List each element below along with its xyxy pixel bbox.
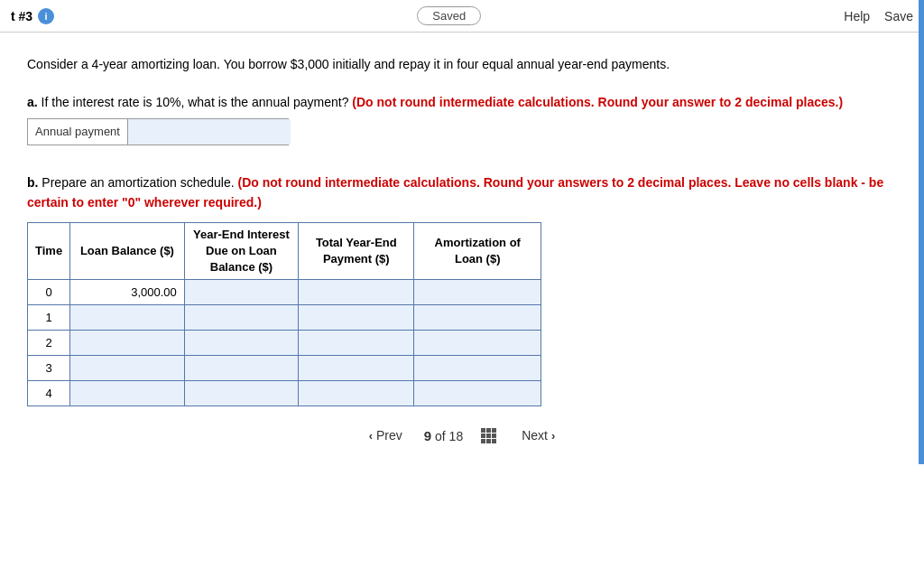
question-title: t #3 (11, 9, 32, 23)
cell-balance-2[interactable] (70, 331, 185, 356)
cell-time-2: 2 (28, 331, 70, 356)
input-payment-2[interactable] (299, 331, 413, 355)
input-balance-4[interactable] (70, 381, 184, 406)
part-b-question: b. Prepare an amortization schedule. (Do… (27, 172, 897, 213)
col-header-interest: Year-End InterestDue on LoanBalance ($) (184, 222, 298, 280)
input-amort-1[interactable] (414, 305, 541, 330)
input-payment-3[interactable] (299, 356, 413, 380)
main-content: Consider a 4-year amortizing loan. You b… (0, 33, 924, 464)
input-balance-1[interactable] (70, 305, 184, 330)
input-payment-1[interactable] (299, 305, 413, 330)
cell-interest-0[interactable] (184, 280, 298, 305)
of-label: of (435, 429, 446, 443)
cell-amort-4[interactable] (414, 381, 541, 406)
header-right: Help Save (844, 9, 913, 23)
cell-payment-4[interactable] (299, 381, 414, 406)
intro-text: Consider a 4-year amortizing loan. You b… (27, 54, 897, 74)
grid-view-icon[interactable] (481, 428, 496, 443)
input-amort-0[interactable] (414, 280, 541, 304)
cell-amort-2[interactable] (414, 331, 541, 356)
header-center: Saved (417, 6, 481, 25)
table-row: 4 (28, 381, 541, 406)
help-button[interactable]: Help (844, 9, 870, 23)
col-header-amortization: Amortization ofLoan ($) (414, 222, 541, 280)
input-amort-2[interactable] (414, 331, 541, 355)
cell-interest-1[interactable] (184, 305, 298, 331)
part-a-instruction: (Do not round intermediate calculations.… (352, 95, 843, 109)
table-row: 3 (28, 356, 541, 381)
save-button[interactable]: Save (884, 9, 913, 23)
table-row: 2 (28, 331, 541, 356)
part-a-label: a. (27, 95, 38, 109)
table-row: 1 (28, 305, 541, 331)
cell-payment-0[interactable] (299, 280, 414, 305)
cell-payment-1[interactable] (299, 305, 414, 331)
col-header-time: Time (28, 222, 70, 280)
input-interest-1[interactable] (185, 305, 298, 330)
input-interest-0[interactable] (185, 280, 298, 304)
cell-amort-1[interactable] (414, 305, 541, 331)
table-header-row: Time Loan Balance ($) Year-End InterestD… (28, 222, 541, 280)
input-amort-3[interactable] (414, 356, 541, 380)
input-payment-4[interactable] (299, 381, 413, 406)
input-interest-3[interactable] (185, 356, 298, 380)
prev-chevron-icon: ‹ (369, 429, 373, 443)
cell-balance-4[interactable] (70, 381, 185, 406)
table-row: 0 3,000.00 (28, 280, 541, 305)
part-b-text: Prepare an amortization schedule. (38, 175, 234, 190)
input-amort-4[interactable] (414, 381, 541, 406)
cell-balance-0: 3,000.00 (70, 280, 185, 305)
input-payment-0[interactable] (299, 280, 413, 304)
next-chevron-icon: › (551, 429, 555, 443)
cell-interest-2[interactable] (184, 331, 298, 356)
cell-amort-0[interactable] (414, 280, 541, 305)
cell-time-0: 0 (28, 280, 70, 305)
cell-payment-2[interactable] (299, 331, 414, 356)
col-header-loan-balance: Loan Balance ($) (70, 222, 185, 280)
saved-badge: Saved (417, 6, 481, 25)
annual-payment-row: Annual payment (27, 118, 289, 145)
current-page: 9 (424, 428, 431, 443)
cell-payment-3[interactable] (299, 356, 414, 381)
pagination: ‹ Prev 9 of 18 Next › (27, 424, 897, 446)
input-balance-2[interactable] (70, 331, 184, 355)
cell-time-4: 4 (28, 381, 70, 406)
amortization-table: Time Loan Balance ($) Year-End InterestD… (27, 222, 541, 407)
page-info: 9 of 18 (424, 428, 463, 443)
cell-balance-3[interactable] (70, 356, 185, 381)
part-a-text: If the interest rate is 10%, what is the… (38, 95, 349, 109)
col-header-total-payment: Total Year-EndPayment ($) (299, 222, 414, 280)
header: t #3 i Saved Help Save (0, 0, 924, 33)
prev-label: Prev (376, 428, 402, 443)
cell-balance-1[interactable] (70, 305, 185, 331)
part-b-label: b. (27, 175, 38, 190)
cell-time-1: 1 (28, 305, 70, 331)
next-label: Next (522, 428, 548, 443)
input-interest-4[interactable] (185, 381, 298, 406)
amortization-table-container: Time Loan Balance ($) Year-End InterestD… (27, 222, 897, 407)
prev-button[interactable]: ‹ Prev (362, 424, 410, 446)
header-left: t #3 i (11, 8, 54, 24)
input-balance-3[interactable] (70, 356, 184, 380)
annual-payment-label: Annual payment (28, 119, 128, 144)
annual-payment-input[interactable] (128, 119, 291, 144)
cell-interest-4[interactable] (184, 381, 298, 406)
cell-amort-3[interactable] (414, 356, 541, 381)
cell-time-3: 3 (28, 356, 70, 381)
next-button[interactable]: Next › (514, 424, 562, 446)
total-pages: 18 (449, 429, 464, 443)
cell-interest-3[interactable] (184, 356, 298, 381)
info-icon[interactable]: i (38, 8, 54, 24)
input-interest-2[interactable] (185, 331, 298, 355)
part-a-question: a. If the interest rate is 10%, what is … (27, 92, 897, 112)
